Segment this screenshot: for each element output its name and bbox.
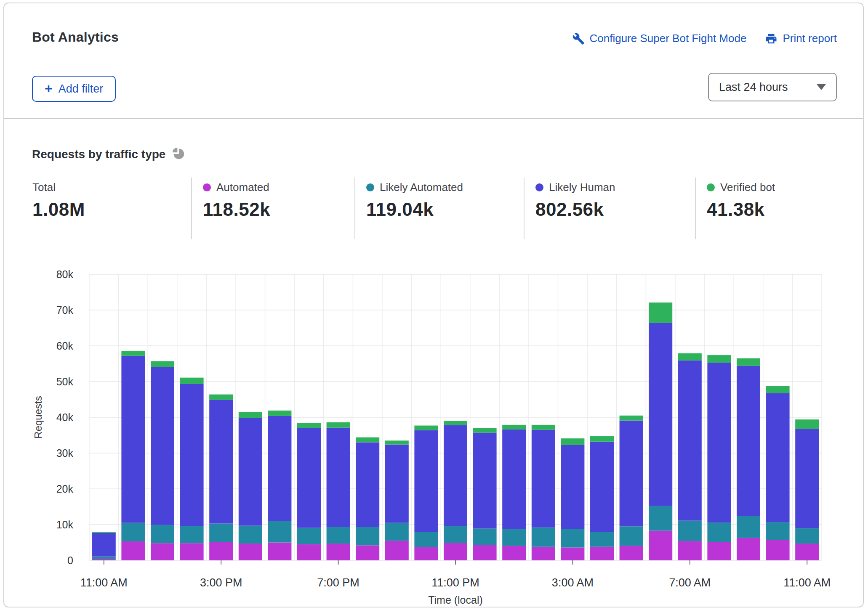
bar-segment-automated[interactable] bbox=[209, 542, 233, 560]
bar-segment-likely-human[interactable] bbox=[649, 323, 672, 506]
bar-segment-automated[interactable] bbox=[707, 542, 731, 560]
bar-segment-likely-human[interactable] bbox=[327, 428, 350, 527]
bar-segment-likely-human[interactable] bbox=[209, 400, 233, 523]
bar-segment-verified-bot[interactable] bbox=[473, 428, 497, 433]
bar-segment-verified-bot[interactable] bbox=[678, 353, 702, 361]
bar-segment-likely-automated[interactable] bbox=[151, 525, 174, 543]
bar-segment-verified-bot[interactable] bbox=[414, 426, 438, 430]
bar-segment-verified-bot[interactable] bbox=[385, 440, 409, 444]
bar-segment-likely-human[interactable] bbox=[678, 361, 702, 521]
bar-segment-likely-human[interactable] bbox=[532, 430, 555, 528]
bar-segment-likely-automated[interactable] bbox=[92, 557, 116, 559]
bar-segment-automated[interactable] bbox=[121, 541, 145, 560]
stat-likely-automated[interactable]: Likely Automated 119.04k bbox=[366, 181, 463, 220]
bar-segment-verified-bot[interactable] bbox=[151, 361, 174, 367]
bar-segment-likely-automated[interactable] bbox=[297, 528, 321, 544]
bar-segment-automated[interactable] bbox=[590, 547, 614, 560]
bar-segment-automated[interactable] bbox=[473, 545, 497, 560]
bar-segment-likely-automated[interactable] bbox=[473, 528, 497, 545]
bar-segment-likely-automated[interactable] bbox=[414, 532, 438, 547]
bar-segment-likely-human[interactable] bbox=[795, 429, 819, 528]
print-report-link[interactable]: Print report bbox=[765, 32, 837, 45]
bar-segment-automated[interactable] bbox=[444, 543, 467, 560]
bar-segment-automated[interactable] bbox=[356, 545, 379, 560]
bar-segment-verified-bot[interactable] bbox=[327, 422, 350, 428]
bar-segment-verified-bot[interactable] bbox=[737, 358, 760, 366]
bar-segment-likely-human[interactable] bbox=[473, 433, 497, 529]
bar-segment-likely-automated[interactable] bbox=[590, 532, 614, 547]
bar-segment-automated[interactable] bbox=[561, 547, 584, 560]
bar-segment-automated[interactable] bbox=[327, 544, 350, 560]
bar-segment-automated[interactable] bbox=[239, 544, 262, 560]
bar-segment-likely-automated[interactable] bbox=[561, 529, 584, 547]
bar-segment-likely-automated[interactable] bbox=[180, 526, 204, 543]
bar-segment-likely-human[interactable] bbox=[590, 442, 614, 532]
bar-segment-verified-bot[interactable] bbox=[561, 438, 584, 445]
bar-segment-likely-automated[interactable] bbox=[356, 527, 379, 545]
bar-segment-verified-bot[interactable] bbox=[532, 425, 555, 430]
bar-segment-verified-bot[interactable] bbox=[649, 302, 672, 323]
bar-segment-automated[interactable] bbox=[795, 544, 819, 560]
bar-segment-likely-automated[interactable] bbox=[327, 527, 350, 544]
bar-segment-verified-bot[interactable] bbox=[180, 378, 204, 384]
bar-segment-verified-bot[interactable] bbox=[590, 436, 614, 442]
bar-segment-verified-bot[interactable] bbox=[620, 416, 643, 421]
bar-segment-automated[interactable] bbox=[766, 540, 790, 560]
stat-likely-human[interactable]: Likely Human 802.56k bbox=[535, 181, 615, 220]
bar-segment-verified-bot[interactable] bbox=[502, 425, 526, 430]
bar-segment-likely-automated[interactable] bbox=[620, 526, 643, 546]
bar-segment-likely-automated[interactable] bbox=[707, 522, 731, 542]
bar-segment-verified-bot[interactable] bbox=[239, 412, 262, 418]
bar-segment-likely-automated[interactable] bbox=[209, 523, 233, 542]
bar-segment-likely-human[interactable] bbox=[121, 356, 145, 523]
bar-segment-likely-automated[interactable] bbox=[121, 523, 145, 541]
bar-segment-likely-human[interactable] bbox=[239, 418, 262, 526]
bar-segment-automated[interactable] bbox=[414, 547, 438, 560]
bar-segment-automated[interactable] bbox=[297, 544, 321, 560]
bar-segment-likely-human[interactable] bbox=[737, 366, 760, 516]
bar-segment-verified-bot[interactable] bbox=[356, 438, 379, 443]
bar-segment-likely-automated[interactable] bbox=[737, 516, 760, 538]
bar-segment-verified-bot[interactable] bbox=[209, 395, 233, 400]
stat-automated[interactable]: Automated 118.52k bbox=[203, 181, 270, 220]
bar-segment-automated[interactable] bbox=[678, 541, 702, 560]
bar-segment-likely-automated[interactable] bbox=[385, 523, 409, 541]
bar-segment-likely-human[interactable] bbox=[180, 384, 204, 526]
bar-segment-likely-automated[interactable] bbox=[239, 526, 262, 544]
add-filter-button[interactable]: + Add filter bbox=[32, 76, 116, 102]
bar-segment-verified-bot[interactable] bbox=[707, 355, 731, 363]
configure-super-bot-fight-mode-link[interactable]: Configure Super Bot Fight Mode bbox=[572, 32, 747, 45]
bar-segment-likely-automated[interactable] bbox=[649, 506, 672, 531]
bar-segment-verified-bot[interactable] bbox=[121, 351, 145, 356]
bar-segment-verified-bot[interactable] bbox=[444, 421, 467, 425]
bar-segment-likely-human[interactable] bbox=[385, 445, 409, 523]
bar-segment-automated[interactable] bbox=[385, 541, 409, 560]
bar-segment-automated[interactable] bbox=[620, 546, 643, 560]
bar-segment-likely-human[interactable] bbox=[92, 533, 116, 557]
bar-segment-likely-automated[interactable] bbox=[444, 526, 467, 543]
bar-segment-likely-human[interactable] bbox=[414, 430, 438, 532]
bar-segment-likely-human[interactable] bbox=[356, 443, 379, 527]
bar-segment-automated[interactable] bbox=[532, 547, 555, 560]
bar-segment-verified-bot[interactable] bbox=[795, 419, 819, 429]
bar-segment-verified-bot[interactable] bbox=[766, 386, 790, 393]
time-range-select[interactable]: Last 24 hours bbox=[708, 73, 837, 101]
bar-segment-likely-human[interactable] bbox=[707, 363, 731, 522]
bar-segment-likely-human[interactable] bbox=[561, 445, 584, 529]
bar-segment-verified-bot[interactable] bbox=[268, 411, 291, 416]
bar-segment-likely-automated[interactable] bbox=[795, 528, 819, 544]
bar-segment-likely-automated[interactable] bbox=[532, 528, 555, 547]
bar-segment-likely-human[interactable] bbox=[444, 425, 467, 526]
bar-segment-likely-automated[interactable] bbox=[502, 529, 526, 546]
bar-segment-verified-bot[interactable] bbox=[92, 532, 116, 533]
bar-segment-likely-human[interactable] bbox=[766, 393, 790, 522]
bar-segment-automated[interactable] bbox=[268, 543, 291, 561]
bar-segment-likely-human[interactable] bbox=[297, 428, 321, 528]
bar-segment-automated[interactable] bbox=[737, 538, 760, 560]
bar-segment-likely-human[interactable] bbox=[151, 367, 174, 525]
bar-segment-likely-automated[interactable] bbox=[678, 521, 702, 541]
bar-segment-likely-human[interactable] bbox=[502, 430, 526, 529]
bar-segment-automated[interactable] bbox=[151, 543, 174, 560]
bar-segment-automated[interactable] bbox=[92, 559, 116, 560]
bar-segment-likely-automated[interactable] bbox=[268, 521, 291, 543]
